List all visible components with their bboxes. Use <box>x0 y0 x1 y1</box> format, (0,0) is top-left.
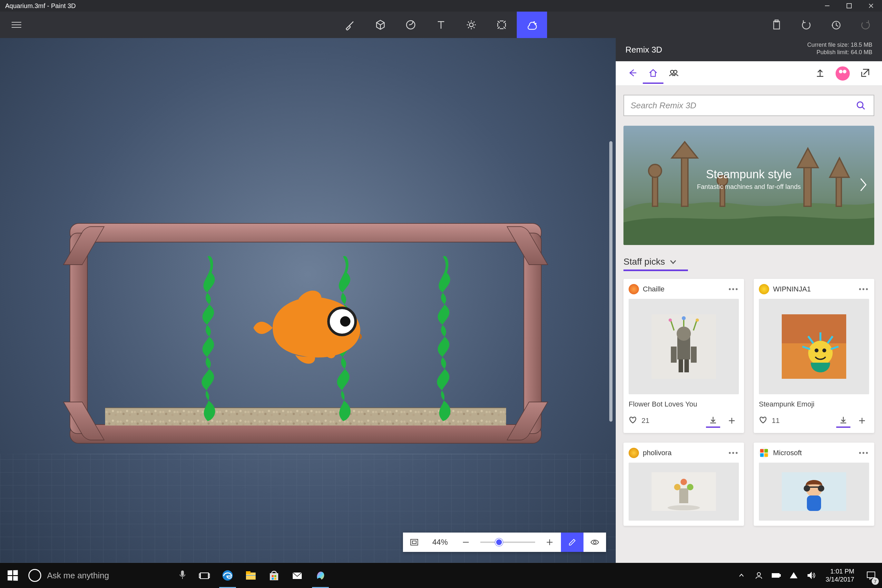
titlebar: Aquarium.3mf - Paint 3D <box>0 0 882 12</box>
hero-banner[interactable]: Steampunk style Fantastic machines and f… <box>624 126 874 245</box>
card-thumbnail <box>628 463 739 520</box>
tool-remix3d[interactable] <box>517 12 547 38</box>
upload-button[interactable] <box>810 63 830 84</box>
card-user: WIPNINJA1 <box>773 285 811 293</box>
history-button[interactable] <box>829 18 843 32</box>
card-thumbnail <box>759 299 869 394</box>
tray-battery[interactable] <box>768 563 785 588</box>
taskbar-app-mail[interactable] <box>286 563 309 588</box>
view-mode-edit[interactable] <box>561 532 584 552</box>
svg-point-5 <box>470 23 473 27</box>
paste-button[interactable] <box>770 18 783 32</box>
task-view-button[interactable] <box>193 563 216 588</box>
community-tab[interactable] <box>663 63 684 84</box>
card-more-button[interactable]: ••• <box>859 449 869 457</box>
download-button[interactable] <box>836 414 850 428</box>
svg-marker-26 <box>672 142 698 158</box>
canvas-scrollbar[interactable] <box>609 141 612 422</box>
tool-text[interactable] <box>426 12 456 38</box>
card-more-button[interactable]: ••• <box>729 285 739 293</box>
svg-rect-1 <box>847 3 851 8</box>
menu-button[interactable] <box>12 18 24 31</box>
hero-next-button[interactable] <box>858 177 868 194</box>
view-mode-eye[interactable] <box>584 532 606 552</box>
card-user: pholivora <box>643 449 672 457</box>
svg-rect-62 <box>679 488 688 503</box>
ribbon-right <box>770 12 872 38</box>
aquarium-model[interactable] <box>70 223 542 444</box>
svg-point-61 <box>668 505 700 510</box>
cortana-search[interactable]: Ask me anything <box>25 563 193 588</box>
user-avatar[interactable] <box>836 66 850 81</box>
start-button[interactable] <box>0 563 25 588</box>
seaweed-1 <box>192 250 223 421</box>
zoom-in-button[interactable] <box>538 532 561 552</box>
back-button[interactable] <box>622 63 643 84</box>
taskbar-app-explorer[interactable] <box>239 563 262 588</box>
card-title: Steampunk Emoji <box>759 400 869 408</box>
svg-point-65 <box>681 479 687 485</box>
model-card[interactable]: WIPNINJA1 ••• <box>754 279 874 433</box>
svg-point-64 <box>687 484 693 490</box>
taskbar-app-edge[interactable] <box>216 563 239 588</box>
fit-screen-button[interactable] <box>403 532 426 552</box>
add-button[interactable] <box>855 414 869 428</box>
taskbar-app-paint3d[interactable] <box>309 563 332 588</box>
file-size-text: Current file size: 18.5 MB <box>807 41 872 49</box>
minimize-button[interactable] <box>816 0 838 12</box>
section-underline <box>624 270 688 271</box>
tray-time: 1:01 PM <box>826 567 854 575</box>
action-center-button[interactable]: 7 <box>860 563 882 588</box>
svg-rect-13 <box>411 539 418 545</box>
home-tab[interactable] <box>643 63 663 84</box>
card-thumbnail <box>628 299 739 394</box>
card-more-button[interactable]: ••• <box>859 285 869 293</box>
zoom-thumb[interactable] <box>495 538 503 546</box>
search-input[interactable] <box>630 100 854 111</box>
tool-canvas[interactable] <box>486 12 517 38</box>
svg-rect-39 <box>684 360 689 372</box>
open-external-button[interactable] <box>855 63 876 84</box>
section-title[interactable]: Staff picks <box>624 256 874 267</box>
model-card[interactable]: Microsoft ••• <box>754 442 874 526</box>
aquarium-frame-bottom <box>70 424 542 444</box>
svg-point-70 <box>818 485 824 492</box>
tool-3d-objects[interactable] <box>365 12 396 38</box>
add-button[interactable] <box>724 414 739 428</box>
svg-point-50 <box>808 341 832 365</box>
tool-brushes[interactable] <box>335 12 365 38</box>
model-card[interactable]: pholivora ••• <box>624 442 744 526</box>
notif-badge: 7 <box>872 578 879 585</box>
tray-volume[interactable] <box>802 563 820 588</box>
redo-button[interactable] <box>859 18 872 32</box>
tool-effects[interactable] <box>456 12 486 38</box>
tray-date: 3/14/2017 <box>826 575 854 584</box>
tray-clock[interactable]: 1:01 PM 3/14/2017 <box>820 567 860 584</box>
close-button[interactable] <box>860 0 882 12</box>
download-button[interactable] <box>706 414 720 428</box>
canvas[interactable]: 44% <box>0 38 616 563</box>
mic-icon[interactable] <box>178 570 186 581</box>
undo-button[interactable] <box>800 18 813 32</box>
svg-rect-90 <box>867 572 875 578</box>
maximize-button[interactable] <box>838 0 860 12</box>
zoom-out-button[interactable] <box>454 532 477 552</box>
zoom-slider[interactable] <box>480 542 535 543</box>
tray-chevron[interactable] <box>733 563 750 588</box>
taskbar-app-store[interactable] <box>262 563 286 588</box>
file-info: Current file size: 18.5 MB Publish limit… <box>807 41 872 56</box>
svg-rect-81 <box>272 575 274 577</box>
panel-title: Remix 3D <box>626 45 662 55</box>
tool-stickers[interactable] <box>396 12 426 38</box>
tray-network[interactable] <box>785 563 802 588</box>
search-button[interactable] <box>854 99 867 112</box>
system-tray: 1:01 PM 3/14/2017 7 <box>733 563 882 588</box>
card-more-button[interactable]: ••• <box>729 449 739 457</box>
svg-line-22 <box>862 107 865 109</box>
model-card[interactable]: Chaille ••• <box>624 279 744 433</box>
svg-rect-82 <box>274 575 276 577</box>
tray-people[interactable] <box>750 563 768 588</box>
panel-body[interactable]: Steampunk style Fantastic machines and f… <box>616 86 882 563</box>
svg-point-18 <box>594 541 596 543</box>
svg-rect-14 <box>412 541 416 543</box>
